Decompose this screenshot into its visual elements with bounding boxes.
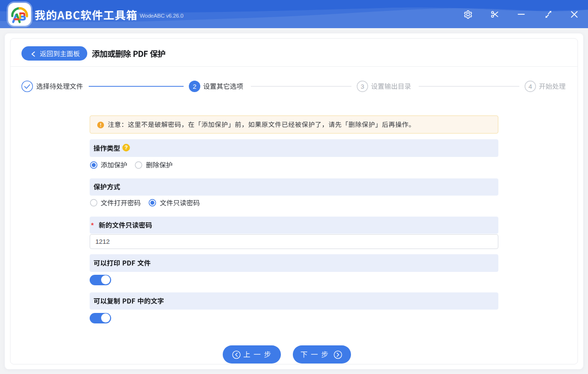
svg-text:3: 3: [361, 83, 364, 90]
svg-text:2: 2: [193, 83, 196, 90]
svg-text:?: ?: [124, 145, 128, 150]
svg-text:4: 4: [528, 83, 532, 90]
